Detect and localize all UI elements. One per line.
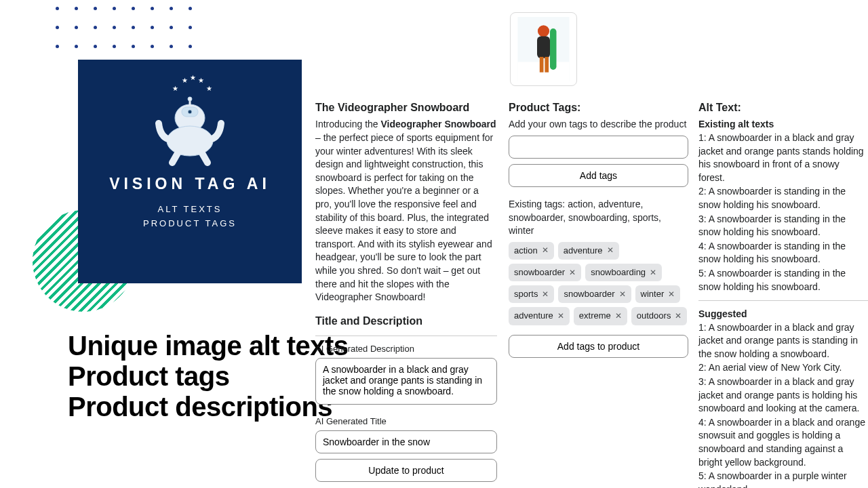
svg-point-4 <box>167 126 213 156</box>
decorative-dot-grid <box>56 7 208 64</box>
tag-label: snowboarder <box>564 288 614 300</box>
logo-title: VISION TAG AI <box>109 175 271 193</box>
tag-chip[interactable]: extreme✕ <box>574 307 627 325</box>
remove-tag-icon[interactable]: ✕ <box>675 310 682 322</box>
tag-chip[interactable]: outdoors✕ <box>631 307 688 325</box>
product-thumbnail <box>510 12 577 86</box>
desc-rest: – the perfect piece of sports equipment … <box>315 132 493 302</box>
divider <box>315 336 497 336</box>
title-desc-heading: Title and Description <box>315 314 497 329</box>
svg-text:★: ★ <box>172 85 178 92</box>
alt-text-item: 3: A snowboarder is standing in the snow… <box>698 213 868 239</box>
svg-rect-14 <box>550 28 557 70</box>
desc-bold: Videographer Snowboard <box>381 119 496 129</box>
tag-chip[interactable]: adventure✕ <box>558 242 619 260</box>
alt-text-item: 1: A snowboarder in a black and gray jac… <box>698 131 868 184</box>
product-description: Introducing the Videographer Snowboard –… <box>315 118 497 304</box>
product-title: The Videographer Snowboard <box>315 100 497 115</box>
alt-text-item: 4: A snowboarder in a black and orange s… <box>698 416 868 469</box>
alt-text-item: 5: A snowboarder in a purple winter wond… <box>698 470 868 488</box>
tag-chip[interactable]: sports✕ <box>509 285 554 303</box>
tag-chip[interactable]: action✕ <box>509 242 554 260</box>
remove-tag-icon[interactable]: ✕ <box>607 245 614 256</box>
svg-rect-15 <box>540 57 544 73</box>
headline-1: Unique image alt texts <box>68 331 349 361</box>
add-tags-button[interactable]: Add tags <box>509 164 688 187</box>
existing-tags-label: Existing tags: action, adventure, snowbo… <box>509 198 688 238</box>
svg-text:★: ★ <box>190 74 196 81</box>
svg-rect-13 <box>537 37 550 58</box>
tag-chip-list: action✕adventure✕snowboarder✕snowboardin… <box>509 242 688 325</box>
svg-point-2 <box>188 110 192 114</box>
tag-label: extreme <box>579 310 611 322</box>
remove-tag-icon[interactable]: ✕ <box>615 310 622 322</box>
tag-chip[interactable]: snowboarder✕ <box>509 264 581 281</box>
ai-description-label: AI Generated Description <box>315 343 497 355</box>
ai-title-label: AI Generated Title <box>315 415 497 428</box>
tag-label: winter <box>641 288 665 300</box>
alt-text-item: 3: A snowboarder in a black and gray jac… <box>698 375 868 415</box>
tag-label: outdoors <box>637 310 671 322</box>
logo-subtitle-2: PRODUCT TAGS <box>143 217 237 231</box>
divider <box>698 300 868 301</box>
alt-text-item: 2: An aerial view of New York City. <box>698 361 868 375</box>
svg-rect-16 <box>545 57 549 73</box>
svg-point-12 <box>538 25 549 37</box>
desc-prefix: Introducing the <box>315 119 381 129</box>
remove-tag-icon[interactable]: ✕ <box>619 289 626 300</box>
tag-chip[interactable]: winter✕ <box>635 285 681 303</box>
ai-description-input[interactable]: A snowboarder in a black and gray jacket… <box>315 358 497 405</box>
alt-text-item: 5: A snowboarder is standing in the snow… <box>698 267 868 293</box>
svg-text:★: ★ <box>198 77 204 84</box>
remove-tag-icon[interactable]: ✕ <box>668 289 675 300</box>
tag-label: sports <box>514 288 538 300</box>
product-tags-heading: Product Tags: <box>509 100 688 115</box>
tag-label: snowboarding <box>591 266 646 279</box>
update-to-product-button[interactable]: Update to product <box>315 459 497 482</box>
alt-text-heading: Alt Text: <box>698 100 868 115</box>
tag-chip[interactable]: snowboarding✕ <box>585 264 662 281</box>
ai-title-input[interactable] <box>315 430 497 453</box>
svg-point-3 <box>188 97 192 101</box>
alt-text-item: 2: A snowboarder is standing in the snow… <box>698 185 868 211</box>
tag-chip[interactable]: adventure✕ <box>509 307 570 325</box>
remove-tag-icon[interactable]: ✕ <box>557 310 564 322</box>
tag-input[interactable] <box>509 136 688 159</box>
alt-text-item: 1: A snowboarder in a black and gray jac… <box>698 321 868 361</box>
suggested-alt-list: 1: A snowboarder in a black and gray jac… <box>698 321 868 488</box>
tag-label: adventure <box>564 245 603 257</box>
alt-text-item: 4: A snowboarder is standing in the snow… <box>698 240 868 266</box>
remove-tag-icon[interactable]: ✕ <box>650 267 656 279</box>
robot-logo-icon: ★★ ★★★ <box>149 73 231 168</box>
tag-label: action <box>514 245 538 257</box>
logo-subtitle-1: ALT TEXTS <box>143 203 237 217</box>
svg-text:★: ★ <box>206 85 212 92</box>
remove-tag-icon[interactable]: ✕ <box>542 245 549 256</box>
add-tags-to-product-button[interactable]: Add tags to product <box>509 335 688 358</box>
remove-tag-icon[interactable]: ✕ <box>569 267 576 279</box>
tag-label: snowboarder <box>514 266 565 279</box>
marketing-headlines: Unique image alt texts Product tags Prod… <box>68 331 349 422</box>
tags-hint: Add your own tags to describe the produc… <box>509 118 688 131</box>
existing-alt-heading: Existing alt texts <box>698 118 868 131</box>
remove-tag-icon[interactable]: ✕ <box>542 289 549 300</box>
svg-text:★: ★ <box>182 77 188 84</box>
suggested-alt-heading: Suggested <box>698 308 868 321</box>
headline-3: Product descriptions <box>68 392 349 422</box>
headline-2: Product tags <box>68 361 349 392</box>
tag-chip[interactable]: snowboarder✕ <box>558 285 631 303</box>
existing-alt-list: 1: A snowboarder in a black and gray jac… <box>698 131 868 293</box>
logo-card: ★★ ★★★ VISION TAG AI ALT TEXTS PRODUCT T… <box>78 60 302 283</box>
tag-label: adventure <box>514 310 553 322</box>
